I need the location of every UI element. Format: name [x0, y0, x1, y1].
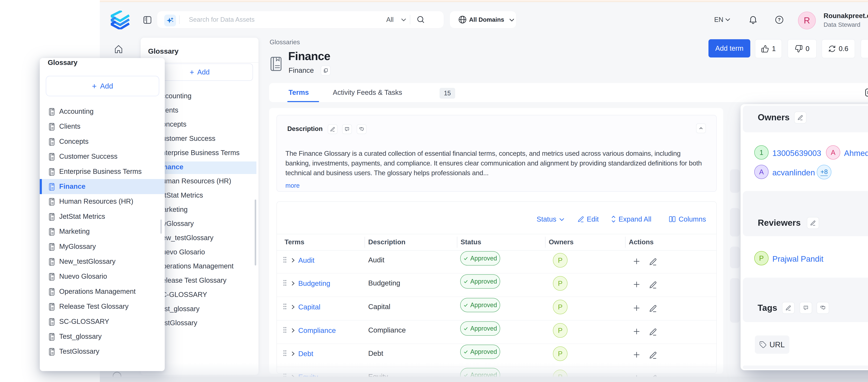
svg-text:?: ?: [778, 17, 781, 22]
svg-text:?: ?: [346, 127, 348, 130]
svg-text:?: ?: [805, 306, 806, 308]
